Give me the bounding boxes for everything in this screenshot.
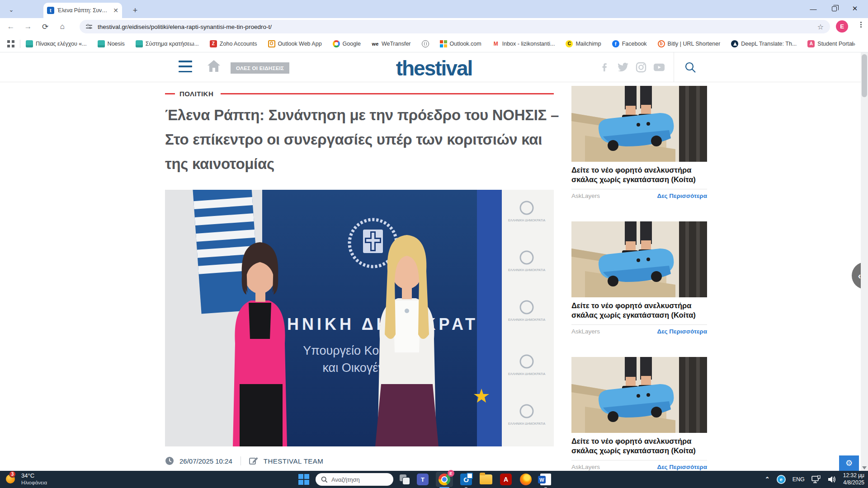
teal-app-icon bbox=[98, 40, 105, 47]
tray-expand-icon[interactable]: ⌃ bbox=[765, 476, 770, 483]
profile-avatar[interactable]: E bbox=[836, 20, 848, 33]
bookmark-item[interactable]: Σύστημα κρατήσεω... bbox=[136, 40, 199, 47]
webpage: ΟΛΕΣ ΟΙ ΕΙΔΗΣΕΙΣ thestival bbox=[0, 52, 868, 471]
ad-sponsor: AskLayers bbox=[571, 192, 600, 199]
bookmark-item[interactable]: Πίνακας ελέγχου «... bbox=[26, 40, 87, 47]
bookmark-item[interactable]: OOutlook Web App bbox=[268, 40, 322, 47]
svg-text:ΕΛΛΗΝΙΚΗ ΔΗΜΟΚΡΑΤΙΑ: ΕΛΛΗΝΙΚΗ ΔΗΜΟΚΡΑΤΙΑ bbox=[508, 422, 546, 425]
chrome-profile-badge: E bbox=[448, 470, 454, 477]
category-dash bbox=[165, 93, 175, 94]
youtube-social-icon[interactable] bbox=[653, 61, 665, 73]
category-row: ΠΟΛΙΤΙΚΗ bbox=[165, 89, 554, 98]
ad-image bbox=[571, 357, 707, 433]
ad-card[interactable]: Δείτε το νέο φορητό ανελκυστήρα σκάλας χ… bbox=[571, 86, 707, 202]
ad-cta-link[interactable]: Δες Περισσότερα bbox=[657, 328, 707, 335]
volume-icon[interactable] bbox=[827, 475, 836, 483]
site-logo[interactable]: thestival bbox=[0, 56, 868, 80]
firefox-app-icon[interactable] bbox=[519, 473, 533, 486]
facebook-icon: f bbox=[612, 40, 619, 47]
clock-icon bbox=[165, 456, 174, 465]
site-search-icon[interactable] bbox=[684, 61, 697, 74]
scrollbar-down-arrow[interactable] bbox=[862, 466, 867, 469]
gmail-icon: M bbox=[492, 40, 500, 47]
bookmark-item[interactable]: Noesis bbox=[98, 40, 125, 47]
ad-headline[interactable]: Δείτε το νέο φορητό ανελκυστήρα σκάλας χ… bbox=[571, 165, 707, 184]
eset-tray-icon[interactable]: e bbox=[777, 475, 786, 484]
bookmark-item[interactable] bbox=[422, 40, 429, 47]
ad-image bbox=[571, 221, 707, 297]
bookmark-item[interactable]: Google bbox=[333, 40, 361, 47]
svg-text:ΕΛΛΗΝΙΚΗ ΔΗΜΟΚΡΑΤΙΑ: ΕΛΛΗΝΙΚΗ ΔΗΜΟΚΡΑΤΙΑ bbox=[508, 372, 546, 375]
home-icon[interactable]: ⌂ bbox=[56, 20, 69, 33]
bookmark-star-icon[interactable]: ☆ bbox=[817, 23, 824, 31]
screen: ⌄ t Έλενα Ράπτη: Συνάντηση με τη ✕ + — ✕… bbox=[0, 0, 868, 488]
ad-card[interactable]: Δείτε το νέο φορητό ανελκυστήρα σκάλας χ… bbox=[571, 357, 707, 471]
taskbar: 3 34°C Ηλιοφάνεια Αναζήτηση T E O A bbox=[0, 471, 868, 488]
forward-icon[interactable]: → bbox=[22, 20, 34, 33]
ad-cta-link[interactable]: Δες Περισσότερα bbox=[657, 192, 707, 199]
taskbar-tray: ⌃ e ENG 12:32 μμ 4/8/2025 bbox=[765, 471, 864, 488]
tray-date: 4/8/2025 bbox=[843, 479, 864, 487]
bookmark-item[interactable]: fFacebook bbox=[612, 40, 647, 47]
task-view-icon[interactable] bbox=[400, 474, 410, 484]
globe-icon bbox=[422, 40, 429, 47]
browser-menu-icon[interactable] bbox=[860, 22, 862, 28]
instagram-social-icon[interactable] bbox=[635, 61, 647, 73]
refresh-icon[interactable]: ⟳ bbox=[39, 20, 52, 33]
twitter-social-icon[interactable] bbox=[617, 61, 629, 73]
outlook-web-app-icon: O bbox=[268, 40, 275, 47]
site-header: ΟΛΕΣ ΟΙ ΕΙΔΗΣΕΙΣ thestival bbox=[0, 52, 868, 82]
tab-search-icon[interactable]: ⌄ bbox=[5, 4, 17, 15]
taskbar-search[interactable]: Αναζήτηση bbox=[316, 473, 393, 486]
browser-toolbar: ← → ⟳ ⌂ thestival.gr/eidiseis/politiki/e… bbox=[0, 18, 868, 35]
tray-time: 12:32 μμ bbox=[843, 472, 864, 479]
clock[interactable]: 12:32 μμ 4/8/2025 bbox=[843, 472, 864, 486]
apps-grid-icon[interactable] bbox=[7, 40, 14, 47]
taskbar-weather[interactable]: 3 34°C Ηλιοφάνεια bbox=[5, 472, 47, 486]
acrobat-app-icon[interactable]: A bbox=[499, 473, 513, 486]
minimize-button[interactable]: — bbox=[803, 0, 824, 17]
article-author[interactable]: THESTIVAL TEAM bbox=[264, 457, 324, 465]
bookmark-item[interactable]: MInbox - lizikonstanti... bbox=[492, 40, 555, 47]
ad-headline[interactable]: Δείτε το νέο φορητό ανελκυστήρα σκάλας χ… bbox=[571, 301, 707, 320]
ad-image bbox=[571, 86, 707, 162]
microsoft-icon bbox=[440, 40, 447, 47]
file-explorer-icon[interactable] bbox=[479, 473, 493, 486]
facebook-social-icon[interactable] bbox=[599, 61, 611, 73]
category-line bbox=[221, 93, 554, 94]
bookmark-item[interactable]: ZZoho Accounts bbox=[210, 40, 257, 47]
settings-gear-icon[interactable]: ⚙ bbox=[839, 455, 859, 471]
bookmark-item[interactable]: weWeTransfer bbox=[372, 40, 411, 47]
ad-headline[interactable]: Δείτε το νέο φορητό ανελκυστήρα σκάλας χ… bbox=[571, 436, 707, 455]
ad-card[interactable]: Δείτε το νέο φορητό ανελκυστήρα σκάλας χ… bbox=[571, 221, 707, 338]
bookmark-item[interactable]: bBitly | URL Shortener bbox=[658, 40, 721, 47]
bookmark-item[interactable]: CMailchimp bbox=[566, 40, 601, 47]
tab-close-icon[interactable]: ✕ bbox=[113, 7, 118, 14]
word-app-icon[interactable] bbox=[539, 473, 552, 486]
weather-description: Ηλιοφάνεια bbox=[21, 479, 47, 486]
browser-tab[interactable]: t Έλενα Ράπτη: Συνάντηση με τη ✕ bbox=[43, 3, 122, 18]
weather-temperature: 34°C bbox=[21, 472, 47, 479]
bookmark-item[interactable]: DeepL Translate: Th... bbox=[731, 40, 797, 47]
page-scrollbar[interactable] bbox=[861, 52, 868, 471]
ad-cta-link[interactable]: Δες Περισσότερα bbox=[657, 464, 707, 470]
bookmark-item[interactable]: Outlook.com bbox=[440, 40, 481, 47]
ad-sponsor: AskLayers bbox=[571, 464, 600, 470]
bookmarks-overflow-icon[interactable]: » bbox=[852, 40, 855, 47]
network-icon[interactable] bbox=[811, 475, 821, 483]
restore-button[interactable] bbox=[824, 0, 844, 17]
teams-app-icon[interactable]: T bbox=[416, 473, 429, 486]
category-label[interactable]: ΠΟΛΙΤΙΚΗ bbox=[179, 90, 213, 98]
bookmark-item[interactable]: AStudent Portal bbox=[807, 40, 853, 47]
new-tab-button[interactable]: + bbox=[129, 5, 141, 16]
back-icon[interactable]: ← bbox=[5, 20, 17, 33]
language-indicator[interactable]: ENG bbox=[793, 476, 805, 483]
start-button[interactable] bbox=[298, 474, 309, 485]
site-settings-icon[interactable] bbox=[86, 24, 93, 29]
close-button[interactable]: ✕ bbox=[844, 0, 865, 17]
chrome-app-icon[interactable]: E bbox=[436, 472, 453, 487]
scrollbar-thumb[interactable] bbox=[862, 54, 867, 97]
url-text[interactable]: thestival.gr/eidiseis/politiki/elena-rap… bbox=[98, 23, 813, 30]
url-bar[interactable]: thestival.gr/eidiseis/politiki/elena-rap… bbox=[80, 20, 830, 33]
outlook-app-icon[interactable]: O bbox=[459, 473, 473, 486]
